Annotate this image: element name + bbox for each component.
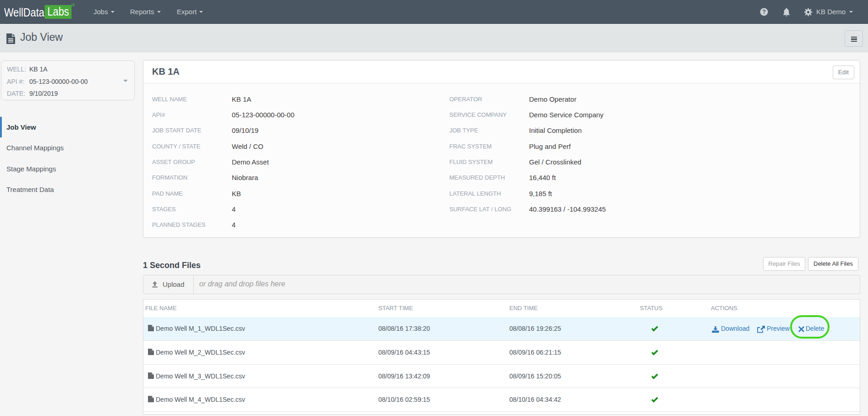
svg-text:?: ?: [762, 9, 766, 15]
